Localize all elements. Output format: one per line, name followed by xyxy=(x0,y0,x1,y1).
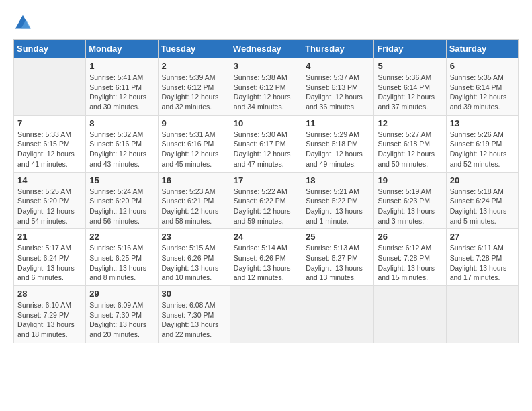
logo xyxy=(13,13,35,32)
day-cell: 17Sunrise: 5:22 AM Sunset: 6:22 PM Dayli… xyxy=(230,172,302,229)
day-detail: Sunrise: 5:36 AM Sunset: 6:14 PM Dayligh… xyxy=(378,73,442,112)
header-cell-saturday: Saturday xyxy=(446,40,518,58)
day-number: 16 xyxy=(162,175,226,185)
calendar-header: SundayMondayTuesdayWednesdayThursdayFrid… xyxy=(14,40,519,58)
day-detail: Sunrise: 5:25 AM Sunset: 6:20 PM Dayligh… xyxy=(17,187,82,226)
day-detail: Sunrise: 5:31 AM Sunset: 6:16 PM Dayligh… xyxy=(162,130,226,169)
day-detail: Sunrise: 5:14 AM Sunset: 6:26 PM Dayligh… xyxy=(234,243,298,283)
day-detail: Sunrise: 5:13 AM Sunset: 6:27 PM Dayligh… xyxy=(306,243,370,283)
day-detail: Sunrise: 5:38 AM Sunset: 6:12 PM Dayligh… xyxy=(234,73,298,112)
day-cell: 25Sunrise: 5:13 AM Sunset: 6:27 PM Dayli… xyxy=(302,229,374,286)
day-cell: 9Sunrise: 5:31 AM Sunset: 6:16 PM Daylig… xyxy=(158,115,230,172)
day-detail: Sunrise: 6:09 AM Sunset: 7:30 PM Dayligh… xyxy=(89,300,154,340)
day-number: 5 xyxy=(378,61,442,71)
day-cell: 30Sunrise: 6:08 AM Sunset: 7:30 PM Dayli… xyxy=(158,286,230,343)
day-number: 28 xyxy=(17,289,82,299)
day-cell: 26Sunrise: 6:12 AM Sunset: 7:28 PM Dayli… xyxy=(374,229,446,286)
day-cell xyxy=(230,286,302,343)
day-cell: 11Sunrise: 5:29 AM Sunset: 6:18 PM Dayli… xyxy=(302,115,374,172)
day-cell xyxy=(374,286,446,343)
day-cell: 2Sunrise: 5:39 AM Sunset: 6:12 PM Daylig… xyxy=(158,58,230,116)
day-detail: Sunrise: 6:10 AM Sunset: 7:29 PM Dayligh… xyxy=(17,300,82,340)
day-detail: Sunrise: 5:22 AM Sunset: 6:22 PM Dayligh… xyxy=(234,187,298,226)
day-number: 3 xyxy=(234,61,298,71)
header-cell-thursday: Thursday xyxy=(302,40,374,58)
header-row: SundayMondayTuesdayWednesdayThursdayFrid… xyxy=(14,40,519,58)
day-cell: 6Sunrise: 5:35 AM Sunset: 6:14 PM Daylig… xyxy=(446,58,518,116)
day-detail: Sunrise: 5:39 AM Sunset: 6:12 PM Dayligh… xyxy=(162,73,226,112)
day-detail: Sunrise: 5:15 AM Sunset: 6:26 PM Dayligh… xyxy=(162,243,226,283)
day-detail: Sunrise: 5:29 AM Sunset: 6:18 PM Dayligh… xyxy=(306,130,370,169)
day-detail: Sunrise: 6:12 AM Sunset: 7:28 PM Dayligh… xyxy=(378,243,442,283)
day-detail: Sunrise: 5:24 AM Sunset: 6:20 PM Dayligh… xyxy=(89,187,154,226)
day-cell: 19Sunrise: 5:19 AM Sunset: 6:23 PM Dayli… xyxy=(374,172,446,229)
day-detail: Sunrise: 5:30 AM Sunset: 6:17 PM Dayligh… xyxy=(234,130,298,169)
day-cell: 28Sunrise: 6:10 AM Sunset: 7:29 PM Dayli… xyxy=(14,286,86,343)
day-cell: 4Sunrise: 5:37 AM Sunset: 6:13 PM Daylig… xyxy=(302,58,374,116)
week-row-5: 28Sunrise: 6:10 AM Sunset: 7:29 PM Dayli… xyxy=(14,286,519,343)
day-cell: 13Sunrise: 5:26 AM Sunset: 6:19 PM Dayli… xyxy=(446,115,518,172)
week-row-3: 14Sunrise: 5:25 AM Sunset: 6:20 PM Dayli… xyxy=(14,172,519,229)
day-cell xyxy=(302,286,374,343)
day-number: 9 xyxy=(162,118,226,128)
day-detail: Sunrise: 5:37 AM Sunset: 6:13 PM Dayligh… xyxy=(306,73,370,112)
day-cell xyxy=(14,58,86,116)
day-number: 26 xyxy=(378,232,442,242)
day-cell: 27Sunrise: 6:11 AM Sunset: 7:28 PM Dayli… xyxy=(446,229,518,286)
day-cell: 24Sunrise: 5:14 AM Sunset: 6:26 PM Dayli… xyxy=(230,229,302,286)
header-cell-monday: Monday xyxy=(86,40,158,58)
day-detail: Sunrise: 5:17 AM Sunset: 6:24 PM Dayligh… xyxy=(17,243,82,283)
day-number: 10 xyxy=(234,118,298,128)
day-cell: 12Sunrise: 5:27 AM Sunset: 6:18 PM Dayli… xyxy=(374,115,446,172)
day-number: 18 xyxy=(306,175,370,185)
day-number: 13 xyxy=(450,118,515,128)
day-cell: 1Sunrise: 5:41 AM Sunset: 6:11 PM Daylig… xyxy=(86,58,158,116)
calendar-body: 1Sunrise: 5:41 AM Sunset: 6:11 PM Daylig… xyxy=(14,58,519,343)
day-number: 12 xyxy=(378,118,442,128)
page-header xyxy=(13,13,519,32)
day-number: 27 xyxy=(450,232,515,242)
day-detail: Sunrise: 5:32 AM Sunset: 6:16 PM Dayligh… xyxy=(89,130,154,169)
day-cell: 23Sunrise: 5:15 AM Sunset: 6:26 PM Dayli… xyxy=(158,229,230,286)
week-row-1: 1Sunrise: 5:41 AM Sunset: 6:11 PM Daylig… xyxy=(14,58,519,116)
day-number: 11 xyxy=(306,118,370,128)
day-number: 6 xyxy=(450,61,515,71)
day-cell: 3Sunrise: 5:38 AM Sunset: 6:12 PM Daylig… xyxy=(230,58,302,116)
day-number: 22 xyxy=(89,232,154,242)
day-number: 14 xyxy=(17,175,82,185)
day-detail: Sunrise: 5:18 AM Sunset: 6:24 PM Dayligh… xyxy=(450,187,515,226)
day-cell: 14Sunrise: 5:25 AM Sunset: 6:20 PM Dayli… xyxy=(14,172,86,229)
day-detail: Sunrise: 5:16 AM Sunset: 6:25 PM Dayligh… xyxy=(89,243,154,283)
day-detail: Sunrise: 5:26 AM Sunset: 6:19 PM Dayligh… xyxy=(450,130,515,169)
day-number: 8 xyxy=(89,118,154,128)
day-number: 4 xyxy=(306,61,370,71)
week-row-2: 7Sunrise: 5:33 AM Sunset: 6:15 PM Daylig… xyxy=(14,115,519,172)
day-cell: 18Sunrise: 5:21 AM Sunset: 6:22 PM Dayli… xyxy=(302,172,374,229)
day-number: 17 xyxy=(234,175,298,185)
day-cell: 7Sunrise: 5:33 AM Sunset: 6:15 PM Daylig… xyxy=(14,115,86,172)
day-number: 21 xyxy=(17,232,82,242)
day-cell: 8Sunrise: 5:32 AM Sunset: 6:16 PM Daylig… xyxy=(86,115,158,172)
day-cell: 15Sunrise: 5:24 AM Sunset: 6:20 PM Dayli… xyxy=(86,172,158,229)
header-cell-friday: Friday xyxy=(374,40,446,58)
day-number: 19 xyxy=(378,175,442,185)
header-cell-tuesday: Tuesday xyxy=(158,40,230,58)
day-number: 1 xyxy=(89,61,154,71)
day-detail: Sunrise: 5:41 AM Sunset: 6:11 PM Dayligh… xyxy=(89,73,154,112)
day-number: 7 xyxy=(17,118,82,128)
day-cell: 22Sunrise: 5:16 AM Sunset: 6:25 PM Dayli… xyxy=(86,229,158,286)
day-number: 25 xyxy=(306,232,370,242)
day-cell: 21Sunrise: 5:17 AM Sunset: 6:24 PM Dayli… xyxy=(14,229,86,286)
day-detail: Sunrise: 5:27 AM Sunset: 6:18 PM Dayligh… xyxy=(378,130,442,169)
day-detail: Sunrise: 6:08 AM Sunset: 7:30 PM Dayligh… xyxy=(162,300,226,340)
day-number: 15 xyxy=(89,175,154,185)
day-cell xyxy=(446,286,518,343)
day-detail: Sunrise: 5:19 AM Sunset: 6:23 PM Dayligh… xyxy=(378,187,442,226)
day-number: 29 xyxy=(89,289,154,299)
day-number: 30 xyxy=(162,289,226,299)
logo-icon xyxy=(13,13,32,32)
day-cell: 16Sunrise: 5:23 AM Sunset: 6:21 PM Dayli… xyxy=(158,172,230,229)
week-row-4: 21Sunrise: 5:17 AM Sunset: 6:24 PM Dayli… xyxy=(14,229,519,286)
day-detail: Sunrise: 5:21 AM Sunset: 6:22 PM Dayligh… xyxy=(306,187,370,226)
day-number: 24 xyxy=(234,232,298,242)
